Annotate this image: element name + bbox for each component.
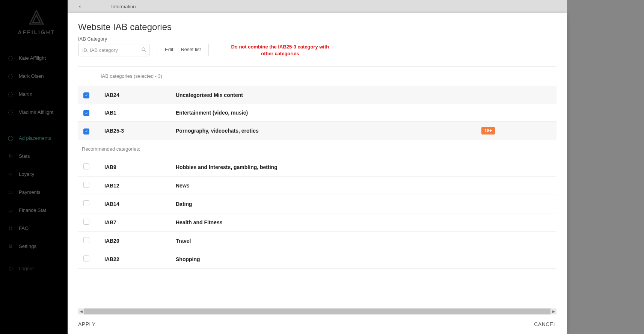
table-row[interactable]: IAB22 Shopping: [78, 250, 557, 269]
horizontal-scrollbar[interactable]: ◀ ▶: [78, 308, 557, 314]
checkbox-icon[interactable]: ✓: [83, 128, 89, 135]
scroll-left-icon[interactable]: ◀: [78, 308, 84, 314]
search-label: IAB Category: [78, 36, 149, 42]
badge-cell: [478, 86, 557, 104]
table-scroll[interactable]: IAB categories (selected - 3) ✓ IAB24 Un…: [78, 66, 557, 308]
iab-code: IAB20: [101, 232, 172, 250]
table-row[interactable]: IAB7 Health and Fitness: [78, 213, 557, 232]
page-topbar: ‹ Information: [68, 0, 567, 13]
search-input[interactable]: [78, 44, 149, 56]
iab-code: IAB9: [101, 158, 172, 177]
checkbox-icon[interactable]: ✓: [83, 110, 89, 116]
search-icon[interactable]: [142, 47, 146, 53]
iab-desc: Hobbies and Interests, gambling, betting: [172, 158, 478, 177]
iab-code: IAB14: [101, 195, 172, 213]
checkbox-icon[interactable]: [83, 219, 89, 225]
table-row[interactable]: IAB20 Travel: [78, 232, 557, 250]
svg-line-1: [145, 50, 146, 52]
iab-desc: Entertainment (video, music): [172, 104, 478, 122]
warning-text: Do not combine the IAB25-3 category with…: [228, 36, 333, 57]
table-row[interactable]: IAB12 News: [78, 177, 557, 195]
separator: [208, 44, 209, 56]
iab-code: IAB1: [101, 104, 172, 122]
table-header-label: IAB categories (selected - 3): [78, 66, 557, 86]
reset-list-link[interactable]: Reset list: [181, 36, 201, 52]
badge-cell: [478, 104, 557, 122]
cancel-button[interactable]: CANCEL: [534, 321, 557, 327]
scrollbar-track[interactable]: [84, 308, 550, 314]
iab-code: IAB7: [101, 213, 172, 232]
apply-button[interactable]: APPLY: [78, 321, 96, 327]
checkbox-icon[interactable]: [83, 182, 89, 188]
separator: [157, 44, 157, 56]
iab-desc: Health and Fitness: [172, 213, 478, 232]
scroll-right-icon[interactable]: ▶: [550, 308, 557, 314]
iab-desc: Uncategorised Mix content: [172, 86, 478, 104]
iab-table: IAB categories (selected - 3) ✓ IAB24 Un…: [78, 66, 557, 269]
iab-desc: News: [172, 177, 478, 195]
checkbox-icon[interactable]: ✓: [83, 92, 89, 98]
iab-code: IAB24: [101, 86, 172, 104]
modal-title: Website IAB categories: [78, 22, 557, 32]
modal-header: Website IAB categories IAB Category Edit…: [68, 13, 567, 61]
iab-desc: Shopping: [172, 250, 478, 269]
checkbox-icon[interactable]: [83, 163, 89, 169]
recommended-label: Recommended categories:: [78, 140, 478, 158]
iab-desc: Pornography, videochats, erotics: [172, 122, 478, 140]
modal-footer: APPLY CANCEL: [68, 314, 567, 334]
iab-desc: Dating: [172, 195, 478, 213]
table-header: IAB categories (selected - 3): [78, 66, 557, 86]
checkbox-icon[interactable]: [83, 237, 89, 243]
iab-code: IAB25-3: [101, 122, 172, 140]
table-row[interactable]: IAB14 Dating: [78, 195, 557, 213]
iab-code: IAB22: [101, 250, 172, 269]
table-row[interactable]: IAB9 Hobbies and Interests, gambling, be…: [78, 158, 557, 177]
table-row[interactable]: ✓ IAB24 Uncategorised Mix content: [78, 86, 557, 104]
topbar-tab-information[interactable]: Information: [111, 4, 136, 9]
modal-iab-categories: Website IAB categories IAB Category Edit…: [68, 13, 567, 334]
table-row[interactable]: ✓ IAB25-3 Pornography, videochats, eroti…: [78, 122, 557, 140]
table-row[interactable]: ✓ IAB1 Entertainment (video, music): [78, 104, 557, 122]
recommended-header: Recommended categories:: [78, 140, 557, 158]
checkbox-icon[interactable]: [83, 255, 89, 261]
edit-link[interactable]: Edit: [165, 36, 173, 52]
iab-code: IAB12: [101, 177, 172, 195]
checkbox-icon[interactable]: [83, 200, 89, 206]
adult-badge: 18+: [481, 127, 495, 135]
svg-point-0: [142, 48, 145, 51]
back-icon[interactable]: ‹: [79, 3, 81, 10]
iab-desc: Travel: [172, 232, 478, 250]
